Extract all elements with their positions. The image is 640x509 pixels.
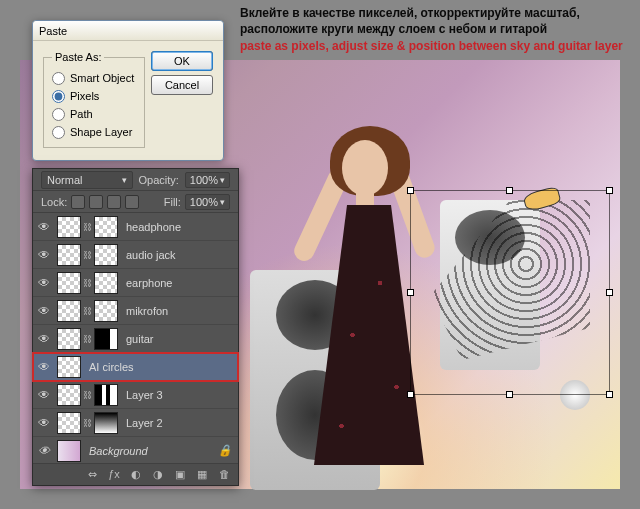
paste-as-fieldset: Paste As: Smart Object Pixels Path Shape… — [43, 51, 145, 148]
layer-name[interactable]: headphone — [120, 221, 238, 233]
layer-thumbnail[interactable] — [57, 216, 81, 238]
transform-handle[interactable] — [407, 187, 414, 194]
layer-thumbnail[interactable] — [94, 272, 118, 294]
layer-name[interactable]: AI circles — [83, 361, 238, 373]
panel-footer: ⇔ ƒx ◐ ◑ ▣ ▦ 🗑 — [33, 463, 238, 485]
thumbnails: ⛓ — [55, 384, 120, 406]
layer-thumbnail[interactable] — [94, 216, 118, 238]
visibility-eye-icon[interactable]: 👁 — [33, 360, 55, 374]
visibility-eye-icon[interactable]: 👁 — [33, 248, 55, 262]
layer-row[interactable]: 👁⛓Layer 3 — [33, 381, 238, 409]
visibility-eye-icon[interactable]: 👁 — [33, 220, 55, 234]
layer-name[interactable]: Layer 3 — [120, 389, 238, 401]
transform-handle[interactable] — [506, 187, 513, 194]
radio-pixels[interactable]: Pixels — [52, 87, 136, 105]
layer-row[interactable]: 👁⛓earphone — [33, 269, 238, 297]
group-icon[interactable]: ▣ — [172, 468, 188, 482]
radio-input[interactable] — [52, 90, 65, 103]
dialog-titlebar[interactable]: Paste — [33, 21, 223, 41]
visibility-eye-icon[interactable]: 👁 — [33, 304, 55, 318]
layer-row[interactable]: 👁AI circles — [33, 353, 238, 381]
visibility-eye-icon[interactable]: 👁 — [33, 332, 55, 346]
thumbnails: ⛓ — [55, 244, 120, 266]
layers-panel: Normal ▾ Opacity: 100%▾ Lock: Fill: 100%… — [32, 168, 239, 486]
link-icon: ⛓ — [83, 222, 92, 232]
visibility-eye-icon[interactable]: 👁 — [33, 416, 55, 430]
radio-shape-layer[interactable]: Shape Layer — [52, 123, 136, 141]
chevron-down-icon: ▾ — [220, 175, 225, 185]
layer-row[interactable]: 👁⛓Layer 2 — [33, 409, 238, 437]
layer-thumbnail[interactable] — [57, 356, 81, 378]
layer-thumbnail[interactable] — [94, 244, 118, 266]
layer-thumbnail[interactable] — [57, 300, 81, 322]
layer-thumbnail[interactable] — [57, 328, 81, 350]
radio-input[interactable] — [52, 72, 65, 85]
layer-name[interactable]: Layer 2 — [120, 417, 238, 429]
layer-row[interactable]: 👁⛓guitar — [33, 325, 238, 353]
opacity-label: Opacity: — [139, 174, 179, 186]
thumbnails: ⛓ — [55, 216, 120, 238]
transform-handle[interactable] — [606, 289, 613, 296]
blend-mode-select[interactable]: Normal ▾ — [41, 171, 133, 189]
layer-row[interactable]: 👁⛓headphone — [33, 213, 238, 241]
lock-pixels-icon[interactable] — [89, 195, 103, 209]
thumbnails — [55, 356, 83, 378]
link-icon: ⛓ — [83, 306, 92, 316]
lock-all-icon[interactable] — [125, 195, 139, 209]
transform-handle[interactable] — [606, 187, 613, 194]
radio-smart-object[interactable]: Smart Object — [52, 69, 136, 87]
layer-thumbnail[interactable] — [94, 328, 118, 350]
radio-label: Smart Object — [70, 72, 134, 84]
link-icon: ⛓ — [83, 250, 92, 260]
lock-transparent-icon[interactable] — [71, 195, 85, 209]
thumbnails: ⛓ — [55, 328, 120, 350]
radio-input[interactable] — [52, 108, 65, 121]
new-layer-icon[interactable]: ▦ — [194, 468, 210, 482]
visibility-eye-icon[interactable]: 👁 — [33, 276, 55, 290]
layer-name[interactable]: audio jack — [120, 249, 238, 261]
layer-thumbnail[interactable] — [57, 244, 81, 266]
thumbnails: ⛓ — [55, 272, 120, 294]
lock-position-icon[interactable] — [107, 195, 121, 209]
layer-row[interactable]: 👁⛓audio jack — [33, 241, 238, 269]
transform-handle[interactable] — [506, 391, 513, 398]
layer-thumbnail[interactable] — [57, 412, 81, 434]
radio-label: Shape Layer — [70, 126, 132, 138]
transform-handle[interactable] — [407, 289, 414, 296]
dialog-title: Paste — [39, 25, 67, 37]
free-transform-bounding-box[interactable] — [410, 190, 610, 395]
adjustment-icon[interactable]: ◑ — [150, 468, 166, 482]
cancel-button[interactable]: Cancel — [151, 75, 213, 95]
transform-handle[interactable] — [407, 391, 414, 398]
layer-name[interactable]: mikrofon — [120, 305, 238, 317]
trash-icon[interactable]: 🗑 — [216, 468, 232, 482]
thumbnails: ⛓ — [55, 412, 120, 434]
layer-thumbnail[interactable] — [57, 272, 81, 294]
lock-label: Lock: — [41, 196, 67, 208]
visibility-eye-icon[interactable]: 👁 — [33, 388, 55, 402]
caption-english: paste as pixels, adjust size & position … — [240, 39, 626, 55]
layer-thumbnail[interactable] — [94, 300, 118, 322]
fx-icon[interactable]: ƒx — [106, 468, 122, 482]
opacity-value[interactable]: 100%▾ — [185, 172, 230, 188]
layer-name[interactable]: guitar — [120, 333, 238, 345]
radio-path[interactable]: Path — [52, 105, 136, 123]
mask-icon[interactable]: ◐ — [128, 468, 144, 482]
fill-value[interactable]: 100%▾ — [185, 194, 230, 210]
link-icon: ⛓ — [83, 278, 92, 288]
visibility-eye-icon[interactable]: 👁 — [33, 444, 55, 458]
link-layers-icon[interactable]: ⇔ — [84, 468, 100, 482]
layer-row[interactable]: 👁Background🔒 — [33, 437, 238, 465]
layer-thumbnail[interactable] — [57, 440, 81, 462]
ok-button[interactable]: OK — [151, 51, 213, 71]
transform-handle[interactable] — [606, 391, 613, 398]
layer-thumbnail[interactable] — [57, 384, 81, 406]
caption-russian: Вклейте в качестве пикселей, откорректир… — [240, 6, 626, 37]
layer-thumbnail[interactable] — [94, 412, 118, 434]
layer-thumbnail[interactable] — [94, 384, 118, 406]
layer-name[interactable]: earphone — [120, 277, 238, 289]
layer-row[interactable]: 👁⛓mikrofon — [33, 297, 238, 325]
layer-name[interactable]: Background — [83, 445, 212, 457]
fieldset-legend: Paste As: — [52, 51, 104, 63]
radio-input[interactable] — [52, 126, 65, 139]
